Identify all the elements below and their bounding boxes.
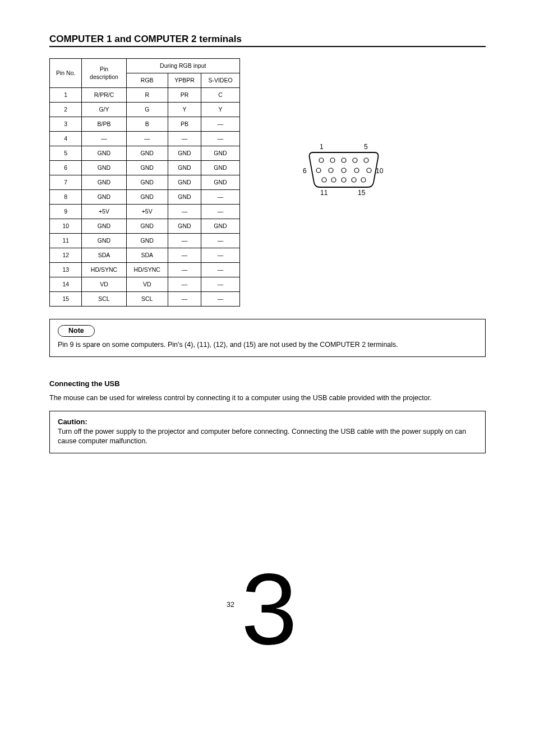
pin-label-10: 10 [376, 167, 384, 175]
table-cell: Y [201, 103, 239, 117]
svg-point-7 [342, 168, 346, 173]
table-cell: B/PB [82, 117, 126, 132]
table-row: 7GNDGNDGNDGND [50, 175, 240, 190]
table-cell: — [201, 248, 239, 263]
table-row: 3B/PBBPB— [50, 117, 240, 132]
pin-label-1: 1 [320, 143, 324, 151]
table-cell: — [168, 277, 201, 292]
table-cell: PB [168, 117, 201, 132]
caution-body: Turn off the power supply to the project… [58, 427, 477, 446]
table-cell: — [168, 263, 201, 277]
table-cell: — [126, 132, 168, 146]
table-cell: 7 [50, 175, 82, 190]
table-row: 6GNDGNDGNDGND [50, 161, 240, 175]
footer-page: 32 [227, 601, 234, 609]
svg-point-2 [342, 158, 346, 163]
note-box: Note Pin 9 is spare on some computers. P… [49, 319, 486, 357]
table-cell: HD/SYNC [82, 263, 126, 277]
pin-label-6: 6 [303, 167, 307, 175]
table-cell: VD [82, 277, 126, 292]
col-pin-no: Pin No. [50, 59, 82, 88]
table-row: 8GNDGNDGND— [50, 190, 240, 205]
table-cell: +5V [126, 205, 168, 219]
table-cell: GND [82, 190, 126, 205]
table-cell: R [126, 88, 168, 103]
table-row: 12SDASDA—— [50, 248, 240, 263]
table-cell: GND [201, 161, 239, 175]
col-during-input: During RGB input [126, 59, 239, 73]
section-number-icon: 3 [241, 554, 308, 655]
svg-point-3 [353, 158, 357, 163]
table-cell: 11 [50, 234, 82, 248]
table-cell: GND [201, 175, 239, 190]
table-cell: +5V [82, 205, 126, 219]
table-cell: 6 [50, 161, 82, 175]
table-cell: GND [82, 146, 126, 161]
table-row: 5GNDGNDGNDGND [50, 146, 240, 161]
table-cell: GND [168, 146, 201, 161]
table-cell: G/Y [82, 103, 126, 117]
table-cell: — [168, 248, 201, 263]
table-cell: GND [126, 190, 168, 205]
col-ypbpr: YPBPR [168, 73, 201, 88]
table-cell: 5 [50, 146, 82, 161]
svg-point-10 [322, 178, 326, 182]
svg-text:3: 3 [241, 554, 297, 655]
table-cell: GND [168, 190, 201, 205]
caution-label: Caution: [58, 417, 477, 427]
table-cell: GND [82, 234, 126, 248]
svg-point-5 [316, 168, 321, 173]
svg-point-1 [330, 158, 335, 163]
table-cell: GND [126, 234, 168, 248]
table-cell: GND [126, 175, 168, 190]
svg-point-8 [354, 168, 359, 173]
table-row: 9+5V+5V—— [50, 205, 240, 219]
table-cell: R/PR/C [82, 88, 126, 103]
col-rgb: RGB [126, 73, 168, 88]
col-svideo: S-VIDEO [201, 73, 239, 88]
table-cell: GND [82, 219, 126, 234]
table-cell: — [201, 263, 239, 277]
table-cell: Y [168, 103, 201, 117]
table-cell: 15 [50, 292, 82, 307]
table-cell: — [201, 234, 239, 248]
table-cell: GND [168, 219, 201, 234]
table-cell: 9 [50, 205, 82, 219]
table-cell: GND [82, 161, 126, 175]
table-row: 4———— [50, 132, 240, 146]
table-row: 14VDVD—— [50, 277, 240, 292]
table-cell: — [168, 292, 201, 307]
svg-point-14 [361, 178, 366, 182]
table-cell: — [201, 117, 239, 132]
table-cell: 12 [50, 248, 82, 263]
table-cell: — [201, 132, 239, 146]
table-cell: 2 [50, 103, 82, 117]
connector-diagram: 1 5 6 10 11 15 [302, 142, 391, 198]
table-cell: G [126, 103, 168, 117]
table-cell: 1 [50, 88, 82, 103]
table-cell: 14 [50, 277, 82, 292]
table-cell: — [201, 277, 239, 292]
svg-point-11 [331, 178, 336, 182]
table-cell: HD/SYNC [126, 263, 168, 277]
table-cell: 10 [50, 219, 82, 234]
table-cell: GND [168, 175, 201, 190]
caution-box: Caution: Turn off the power supply to th… [49, 411, 486, 453]
svg-point-4 [364, 158, 368, 163]
table-cell: SCL [126, 292, 168, 307]
table-cell: VD [126, 277, 168, 292]
section-title: COMPUTER 1 and COMPUTER 2 terminals [49, 34, 486, 45]
table-row: 1R/PR/CRPRC [50, 88, 240, 103]
table-row: 11GNDGND—— [50, 234, 240, 248]
table-cell: 13 [50, 263, 82, 277]
table-cell: — [168, 205, 201, 219]
note-label: Note [58, 325, 95, 337]
table-row: 10GNDGNDGNDGND [50, 219, 240, 234]
table-cell: — [168, 234, 201, 248]
title-rule [49, 46, 486, 47]
table-cell: GND [168, 161, 201, 175]
pin-label-15: 15 [358, 189, 366, 197]
table-cell: 4 [50, 132, 82, 146]
pin-label-11: 11 [320, 189, 328, 197]
pin-label-5: 5 [364, 143, 368, 151]
